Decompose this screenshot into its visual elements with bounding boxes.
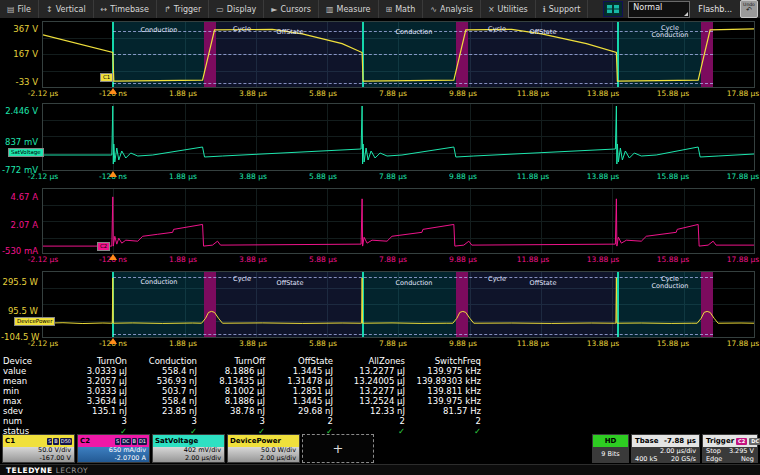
grid-satvoltage-plot[interactable] (42, 103, 755, 171)
table-header: SwitchFreq (405, 356, 481, 366)
devicepower-tdiv: 2.00 µs/div (231, 455, 296, 463)
table-cell: 81.57 Hz (405, 406, 481, 416)
flashback-button[interactable]: Flashb... (695, 5, 735, 14)
grid-layout-button[interactable] (603, 1, 623, 17)
zone-label: OffState (277, 279, 304, 287)
table-cell: 38.78 nJ (197, 406, 265, 416)
menu-trigger[interactable]: ↱Trigger (157, 0, 209, 18)
table-header: OffState (265, 356, 333, 366)
table-cell: 2 (265, 416, 333, 426)
c2-badge-d1: D1 (138, 438, 147, 445)
vertical-icon: ↕ (46, 5, 53, 14)
zone-label: Cycle (488, 25, 506, 33)
trigger-source-badge: C2 (736, 438, 747, 445)
table-cell: 3.2057 µJ (59, 376, 127, 386)
menu-display[interactable]: ▭Display (209, 0, 264, 18)
grid-c2-plot[interactable] (42, 188, 755, 254)
zone-label: Cycle (233, 25, 251, 33)
c2-badge-b: B (132, 438, 137, 445)
menu-support[interactable]: ℹSupport (536, 0, 589, 18)
file-icon: ▤ (7, 5, 15, 14)
row-label: num (3, 416, 59, 426)
c1-channel-badge[interactable]: C1 (100, 73, 113, 82)
undo-button[interactable]: Undo ↶ (740, 0, 758, 18)
trigger-icon: ↱ (164, 5, 171, 14)
undo-icon: ↶ (741, 7, 757, 13)
hd-bits: 9 Bits (593, 447, 628, 462)
hd-mode-box[interactable]: HD 9 Bits (592, 434, 629, 463)
table-cell: 8.13435 µJ (197, 376, 265, 386)
timebase-label: Tbase (635, 437, 658, 445)
descriptor-devicepower[interactable]: DevicePower 50.0 W/div 2.00 µs/div (227, 434, 300, 463)
menu-vertical[interactable]: ↕Vertical (39, 0, 94, 18)
trigger-coupling-badge: DC (749, 438, 760, 445)
hd-label: HD (593, 435, 628, 447)
menu-file[interactable]: ▤File (0, 0, 39, 18)
menu-math[interactable]: ⊞Math (379, 0, 424, 18)
trigger-position-marker[interactable] (109, 171, 117, 177)
table-cell: 3 (197, 416, 265, 426)
trigger-box[interactable]: Trigger C2 DC Stop3.295 V EdgeNeg (702, 434, 758, 463)
row-label: value (3, 366, 59, 376)
oscilloscope-screen: ▤File ↕Vertical ↔Timebase ↱Trigger ▭Disp… (0, 0, 760, 475)
row-label: min (3, 386, 59, 396)
satvoltage-time-axis: -2.12 µs -120 ns 1.88 µs 3.88 µs 5.88 µs… (0, 171, 760, 182)
menu-analysis[interactable]: ∿Analysis (423, 0, 481, 18)
grid-mode-select[interactable]: Normal (628, 1, 690, 18)
add-trace-button[interactable]: + (302, 434, 374, 463)
table-cell: 29.68 nJ (265, 406, 333, 416)
c1-ylabel-bot: -33 V (1, 77, 38, 87)
menu-measure[interactable]: ▥Measure (319, 0, 379, 18)
devicepower-channel-badge[interactable]: DevicePower (14, 317, 55, 326)
timebase-box[interactable]: Tbase -7.88 µs 2.00 µs/div 400 kS20 GS/s (631, 434, 700, 463)
table-cell: 558.4 nJ (127, 396, 197, 406)
trigger-label: Trigger (706, 437, 734, 445)
table-cell: 139.811 kHz (405, 386, 481, 396)
trigger-position-marker[interactable] (109, 254, 117, 260)
c1-badge-s: S (47, 438, 52, 445)
satvoltage-channel-badge[interactable]: SatVoltage (8, 148, 44, 157)
descriptor-c2[interactable]: C2 S DC B D1 650 mA/div -2.0700 A (77, 434, 150, 463)
satvoltage-waveform (43, 104, 754, 170)
trigger-position-marker[interactable] (109, 338, 117, 344)
descriptor-c1[interactable]: C1 S B D50 50.0 V/div -167.00 V (2, 434, 75, 463)
devicepower-ylabel-top: 295.5 W (1, 277, 38, 287)
table-cell: 3.0333 µJ (59, 386, 127, 396)
satvoltage-tdiv: 2.00 µs/div (156, 455, 221, 463)
grid-devicepower-plot[interactable]: Conduction Cycle OffState Conduction Cyc… (42, 271, 755, 338)
zone-label: Conduction (396, 279, 433, 287)
trigger-position-marker[interactable] (109, 88, 117, 94)
table-cell: 139.975 kHz (405, 366, 481, 376)
table-cell: 1.2851 µJ (265, 386, 333, 396)
grid-c1-plot[interactable]: Conduction Cycle OffState Conduction Cyc… (42, 21, 755, 88)
zone-label: OffState (277, 28, 304, 36)
zone-label: Conduction (141, 278, 178, 286)
table-cell: 3 (127, 416, 197, 426)
table-cell: 13.2277 µJ (333, 386, 405, 396)
trigger-level: 3.295 V (729, 447, 754, 455)
teledyne-logo: TELEDYNE (6, 466, 53, 475)
c2-channel-badge[interactable]: C2 (97, 242, 110, 251)
display-icon: ▭ (216, 5, 224, 14)
utilities-icon: × (488, 5, 495, 14)
grid-icon (606, 4, 620, 14)
descriptor-satvoltage[interactable]: SatVoltage 402 mV/div 2.00 µs/div (152, 434, 225, 463)
table-cell: 135.1 nJ (59, 406, 127, 416)
c2-badge-dc: DC (121, 438, 130, 445)
table-cell: 13.24005 µJ (333, 376, 405, 386)
table-header: AllZones (333, 356, 405, 366)
math-icon: ⊞ (386, 5, 393, 14)
zone-label: Conduction (396, 28, 433, 36)
satvoltage-ylabel-mid: 837 mV (1, 137, 38, 147)
c1-ylabel-mid: 167 V (1, 49, 38, 59)
table-cell: 8.1886 µJ (197, 366, 265, 376)
c2-ylabel-top: 4.67 A (1, 192, 38, 202)
table-cell: 13.2277 µJ (333, 366, 405, 376)
c2-offset: -2.0700 A (81, 455, 146, 463)
menu-cursors[interactable]: ►Cursors (264, 0, 319, 18)
timebase-offset: -7.88 µs (664, 437, 696, 445)
menu-utilities[interactable]: ×Utilities (481, 0, 536, 18)
zone-label: Cycle (233, 275, 251, 283)
table-header: TurnOff (197, 356, 265, 366)
menu-timebase[interactable]: ↔Timebase (94, 0, 157, 18)
